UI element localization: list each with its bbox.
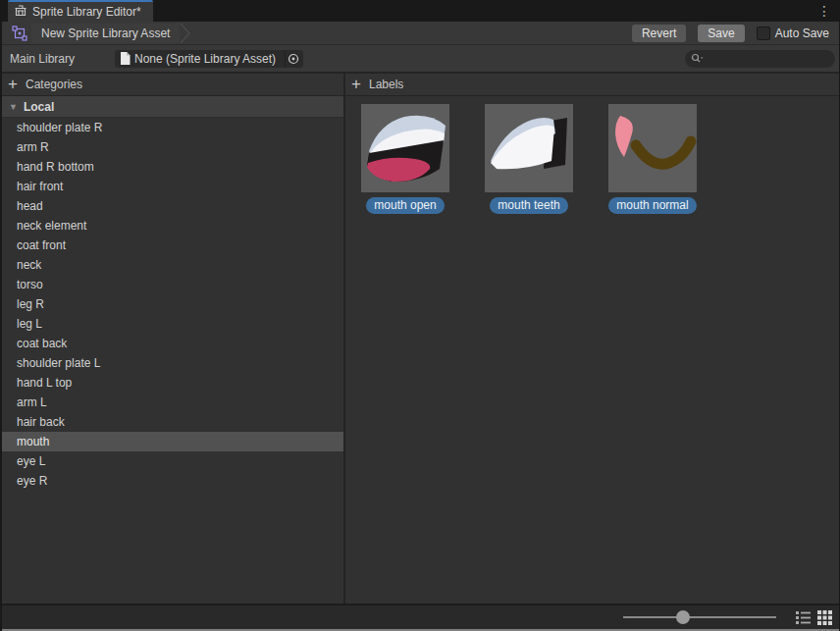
main-library-row: Main Library None (Sprite Library Asset)	[2, 45, 839, 74]
auto-save-label: Auto Save	[775, 26, 829, 40]
category-row[interactable]: leg L	[2, 314, 343, 334]
category-row[interactable]: neck	[2, 255, 343, 275]
categories-header: + Categories	[2, 74, 345, 95]
category-row[interactable]: hair back	[2, 412, 343, 432]
object-field-value: None (Sprite Library Asset)	[134, 52, 285, 66]
breadcrumb-label: New Sprite Library Asset	[41, 26, 170, 40]
sprite-thumbnail-mouth-teeth[interactable]	[485, 104, 573, 192]
sprite-thumbnail-mouth-open[interactable]	[361, 104, 449, 192]
category-row[interactable]: shoulder plate L	[2, 353, 343, 373]
window-menu-button[interactable]: ⋮	[815, 1, 833, 21]
breadcrumb[interactable]: New Sprite Library Asset	[31, 24, 180, 43]
thumbnail-size-slider[interactable]	[623, 610, 776, 624]
add-label-button[interactable]: +	[345, 74, 367, 96]
category-row[interactable]: leg R	[2, 294, 343, 314]
auto-save-checkbox[interactable]	[757, 26, 770, 40]
tab-bar: Sprite Library Editor* ⋮	[2, 0, 839, 22]
breadcrumb-separator-icon	[180, 24, 191, 43]
sprite-thumbnail-mouth-normal[interactable]	[608, 104, 697, 192]
category-row[interactable]: eye L	[2, 451, 343, 471]
category-list: shoulder plate Rarm Rhand R bottomhair f…	[2, 118, 343, 491]
category-row[interactable]: hair front	[2, 177, 343, 196]
category-row[interactable]: hand R bottom	[2, 157, 343, 177]
category-row[interactable]: neck element	[2, 216, 343, 236]
categories-title: Categories	[26, 78, 82, 91]
label-name-pill[interactable]: mouth normal	[608, 197, 696, 214]
label-card[interactable]: mouth normal	[608, 104, 697, 214]
add-category-button[interactable]: +	[2, 74, 24, 96]
labels-panel: mouth openmouth teethmouth normal	[345, 96, 839, 604]
labels-title: Labels	[369, 78, 403, 91]
revert-button[interactable]: Revert	[632, 25, 686, 42]
foldout-triangle-icon: ▼	[9, 102, 18, 112]
main-library-object-field[interactable]: None (Sprite Library Asset)	[115, 50, 303, 68]
toolbar: New Sprite Library Asset Revert Save Aut…	[2, 22, 839, 45]
local-group-foldout[interactable]: ▼ Local	[2, 96, 343, 118]
category-row[interactable]: arm L	[2, 393, 343, 412]
sprite-library-editor-window: Sprite Library Editor* ⋮ New Sprite Libr…	[0, 0, 840, 631]
category-row[interactable]: head	[2, 196, 343, 216]
category-row[interactable]: mouth	[2, 432, 343, 451]
tab-sprite-library-editor[interactable]: Sprite Library Editor*	[8, 0, 153, 22]
label-card[interactable]: mouth open	[361, 104, 449, 214]
category-row[interactable]: shoulder plate R	[2, 118, 343, 137]
category-row[interactable]: coat front	[2, 236, 343, 255]
content-area: ▼ Local shoulder plate Rarm Rhand R bott…	[2, 96, 839, 604]
tab-title: Sprite Library Editor*	[32, 5, 141, 19]
category-row[interactable]: hand L top	[2, 373, 343, 393]
label-name-pill[interactable]: mouth teeth	[490, 197, 567, 214]
main-library-label: Main Library	[10, 52, 115, 66]
panel-headers: + Categories + Labels	[2, 74, 839, 96]
labels-header: + Labels	[345, 74, 839, 95]
grid-view-icon[interactable]	[816, 609, 833, 626]
list-view-icon[interactable]	[795, 609, 812, 626]
label-name-pill[interactable]: mouth open	[366, 197, 444, 214]
category-row[interactable]: coat back	[2, 334, 343, 353]
sprite-library-window-icon	[14, 4, 27, 21]
asset-document-icon	[120, 52, 131, 65]
categories-panel: ▼ Local shoulder plate Rarm Rhand R bott…	[2, 96, 345, 604]
search-input[interactable]	[706, 52, 829, 66]
save-button[interactable]: Save	[698, 25, 744, 42]
sprite-library-asset-icon	[12, 26, 27, 41]
search-field[interactable]	[685, 50, 835, 68]
category-row[interactable]: eye R	[2, 471, 343, 491]
bottom-bar	[2, 604, 839, 629]
slider-thumb[interactable]	[676, 610, 690, 624]
search-icon	[691, 53, 704, 65]
local-group-label: Local	[24, 100, 54, 114]
category-row[interactable]: torso	[2, 275, 343, 294]
object-picker-icon[interactable]	[285, 50, 301, 68]
label-card[interactable]: mouth teeth	[485, 104, 573, 214]
category-row[interactable]: arm R	[2, 137, 343, 157]
